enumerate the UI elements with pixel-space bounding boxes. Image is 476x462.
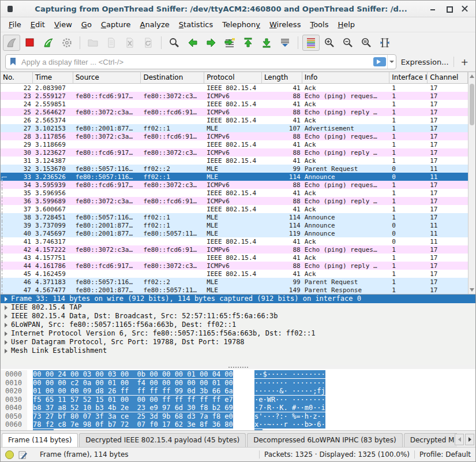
detail-line-4[interactable]: Internet Protocol Version 6, Src: fe80::… bbox=[1, 329, 475, 338]
byte-view-tab-3[interactable]: Decrypted ML bbox=[404, 433, 457, 447]
packet-row-44[interactable]: 444.161786fe80::fcd6:917…fe80::3072:c3…I… bbox=[1, 262, 468, 270]
packet-row-38[interactable]: 383.728451fe80::5057:116…ff02::1MLE114An… bbox=[1, 213, 468, 221]
expander-arrow-icon[interactable] bbox=[5, 331, 8, 336]
stop-capture-button[interactable] bbox=[21, 35, 39, 51]
packet-row-41[interactable]: 413.746317IEEE 802.15.441Ack011 bbox=[1, 237, 468, 245]
byte-view-tab-2[interactable]: Decompressed 6LoWPAN IPHC (83 bytes) bbox=[247, 433, 403, 447]
menu-view[interactable]: View bbox=[50, 19, 77, 30]
hex-bytes[interactable]: 78 f2 c8 7e 98 0f b7 72 07 f0 17 62 3e 8… bbox=[27, 420, 242, 429]
resize-columns-button[interactable] bbox=[376, 35, 393, 51]
detail-line-2[interactable]: IEEE 802.15.4 Data, Dst: Broadcast, Src:… bbox=[1, 312, 475, 321]
menu-wireless[interactable]: Wireless bbox=[265, 19, 305, 30]
hex-bytes[interactable]: 00 00 24 00 03 00 03 00 0b 00 00 00 01 0… bbox=[27, 370, 242, 379]
packet-row-34[interactable]: 343.595939fe80::fcd6:917…fe80::3072:c3…I… bbox=[1, 181, 468, 189]
close-file-button[interactable] bbox=[121, 35, 138, 51]
expression-button[interactable]: Expression... bbox=[401, 58, 449, 66]
column-header-length[interactable]: Length bbox=[262, 72, 302, 83]
maximize-button[interactable] bbox=[445, 5, 452, 12]
pane-splitter[interactable] bbox=[1, 365, 475, 369]
packet-list-scrollbar[interactable] bbox=[468, 72, 475, 294]
packet-row-27[interactable]: 273.102153fe80::2001:877…ff02::1MLE107Ad… bbox=[1, 124, 468, 132]
ascii-bytes[interactable]: ·7·R··K. #··m0··i bbox=[242, 404, 325, 412]
packet-row-24[interactable]: 242.559851IEEE 802.15.441Ack117 bbox=[1, 100, 468, 108]
zoom-in-button[interactable] bbox=[321, 35, 338, 51]
ascii-bytes[interactable]: s'···?:· %=·h·z·· bbox=[242, 412, 325, 421]
menu-capture[interactable]: Capture bbox=[96, 19, 136, 30]
packet-row-43[interactable]: 434.157751IEEE 802.15.441Ack117 bbox=[1, 254, 468, 262]
packet-row-42[interactable]: 424.157222fe80::3072:c3a…fe80::fcd6:91…I… bbox=[1, 245, 468, 254]
ascii-bytes[interactable]: x··~···r ···b>·6· bbox=[242, 420, 325, 429]
column-header-interface-id[interactable]: Interface ID bbox=[389, 72, 428, 83]
zoom-reset-button[interactable] bbox=[358, 35, 375, 51]
expander-arrow-icon[interactable] bbox=[5, 349, 8, 353]
column-header-channel[interactable]: Channel bbox=[428, 72, 468, 83]
status-profile[interactable]: Profile: Default bbox=[419, 450, 471, 459]
menu-go[interactable]: Go bbox=[77, 19, 96, 30]
ascii-bytes[interactable]: ······&· ·····;fj bbox=[242, 387, 325, 396]
tab-scroll-right-button[interactable] bbox=[465, 434, 474, 445]
ascii-bytes[interactable]: ·e·WR··· ········ bbox=[242, 396, 325, 404]
packet-row-26[interactable]: 262.565374IEEE 802.15.441Ack117 bbox=[1, 116, 468, 124]
packet-row-31[interactable]: 313.124387IEEE 802.15.441Ack117 bbox=[1, 157, 468, 165]
packet-row-22[interactable]: 222.083907IEEE 802.15.441Ack117 bbox=[1, 84, 468, 92]
menu-telephony[interactable]: Telephony bbox=[218, 19, 265, 30]
expert-info-icon[interactable] bbox=[5, 450, 14, 459]
packet-row-25[interactable]: 252.564627fe80::3072:c3a…fe80::fcd6:91…I… bbox=[1, 108, 468, 116]
bookmark-icon[interactable] bbox=[9, 57, 18, 66]
column-header-destination[interactable]: Destination bbox=[141, 72, 204, 83]
capture-options-button[interactable] bbox=[58, 35, 76, 51]
minimize-button[interactable] bbox=[429, 5, 436, 12]
packet-row-35[interactable]: 353.596956IEEE 802.15.441Ack117 bbox=[1, 189, 468, 197]
hex-row-0010[interactable]: 001000 00 00 c2 0a 00 01 00 f4 00 00 00 … bbox=[1, 379, 475, 388]
packet-row-39[interactable]: 393.737099fe80::2001:877…ff02::1MLE114An… bbox=[1, 221, 468, 229]
hex-row-0020[interactable]: 002001 00 00 00 09 d8 26 ff ff ff ff 99 … bbox=[1, 387, 475, 396]
packet-row-32[interactable]: 323.153670fe80::5057:116…ff02::2MLE99Par… bbox=[1, 165, 468, 173]
hex-row-0000[interactable]: 000000 00 24 00 03 00 03 00 0b 00 00 00 … bbox=[1, 370, 475, 379]
detail-line-6[interactable]: Mesh Link Establishment bbox=[1, 346, 475, 355]
hex-row-0060[interactable]: 006078 f2 c8 7e 98 0f b7 72 07 f0 17 62 … bbox=[1, 420, 475, 429]
packet-row-40[interactable]: 403.745697fe80::2001:877…fe80::5057:11…M… bbox=[1, 229, 468, 237]
restart-capture-button[interactable] bbox=[40, 35, 57, 51]
apply-filter-button[interactable] bbox=[373, 57, 386, 66]
menu-statistics[interactable]: Statistics bbox=[174, 19, 218, 30]
packet-row-37[interactable]: 373.600667IEEE 802.15.441Ack117 bbox=[1, 205, 468, 213]
hex-bytes[interactable]: f5 65 11 57 52 15 01 00 00 00 ff ff ff f… bbox=[27, 396, 242, 404]
packet-row-29[interactable]: 293.118669IEEE 802.15.441Ack117 bbox=[1, 140, 468, 148]
go-to-packet-button[interactable] bbox=[221, 35, 238, 51]
expander-arrow-icon[interactable] bbox=[5, 340, 8, 345]
packet-row-46[interactable]: 464.371183fe80::5057:116…ff02::2MLE99Par… bbox=[1, 278, 468, 286]
detail-line-5[interactable]: User Datagram Protocol, Src Port: 19788,… bbox=[1, 338, 475, 346]
packet-row-36[interactable]: 363.599689fe80::3072:c3a…fe80::fcd6:91…I… bbox=[1, 197, 468, 205]
open-file-button[interactable] bbox=[84, 35, 102, 51]
go-forward-button[interactable] bbox=[203, 35, 220, 51]
auto-scroll-button[interactable] bbox=[276, 35, 294, 51]
go-last-button[interactable] bbox=[258, 35, 275, 51]
start-capture-button[interactable] bbox=[3, 35, 20, 51]
detail-line-0[interactable]: Frame 33: 114 bytes on wire (912 bits), … bbox=[1, 295, 475, 303]
go-back-button[interactable] bbox=[184, 35, 201, 51]
add-filter-button[interactable]: + bbox=[459, 57, 471, 68]
ascii-bytes[interactable]: ········ ········ bbox=[242, 379, 325, 388]
expander-arrow-icon[interactable] bbox=[5, 305, 8, 310]
capture-comment-icon[interactable] bbox=[18, 450, 27, 459]
scroll-up-icon[interactable] bbox=[470, 74, 474, 78]
packet-row-47[interactable]: 474.567477fe80::2001:877…fe80::5057:11…M… bbox=[1, 286, 468, 294]
hex-row-0040[interactable]: 0040b8 37 a8 52 10 b3 4b 2e 23 e9 97 6d … bbox=[1, 404, 475, 412]
menu-file[interactable]: File bbox=[4, 19, 26, 30]
byte-view-tab-0[interactable]: Frame (114 bytes) bbox=[2, 433, 78, 447]
expander-arrow-icon[interactable] bbox=[5, 323, 8, 327]
packet-row-28[interactable]: 283.117856fe80::3072:c3a…fe80::fcd6:91…I… bbox=[1, 132, 468, 140]
expander-arrow-icon[interactable] bbox=[5, 297, 8, 301]
reload-file-button[interactable] bbox=[140, 35, 157, 51]
packet-row-33[interactable]: 333.236526fe80::5057:116…ff02::1MLE114An… bbox=[1, 173, 468, 181]
scroll-down-icon[interactable] bbox=[470, 288, 474, 292]
column-header-protocol[interactable]: Protocol bbox=[204, 72, 262, 83]
hex-row-0030[interactable]: 0030f5 65 11 57 52 15 01 00 00 00 ff ff … bbox=[1, 396, 475, 404]
scrollbar-thumb[interactable] bbox=[470, 84, 474, 125]
tab-scroll-left-button[interactable] bbox=[455, 434, 464, 445]
column-header-info[interactable]: Info bbox=[302, 72, 390, 83]
packet-row-45[interactable]: 454.162459IEEE 802.15.441Ack117 bbox=[1, 270, 468, 278]
packet-row-30[interactable]: 303.123627fe80::fcd6:917…fe80::3072:c3…I… bbox=[1, 148, 468, 157]
column-header-time[interactable]: Time bbox=[33, 72, 73, 83]
hex-bytes[interactable]: 73 27 bf 80 07 3f 3a ce 25 3d 9b 68 d3 7… bbox=[27, 412, 242, 421]
